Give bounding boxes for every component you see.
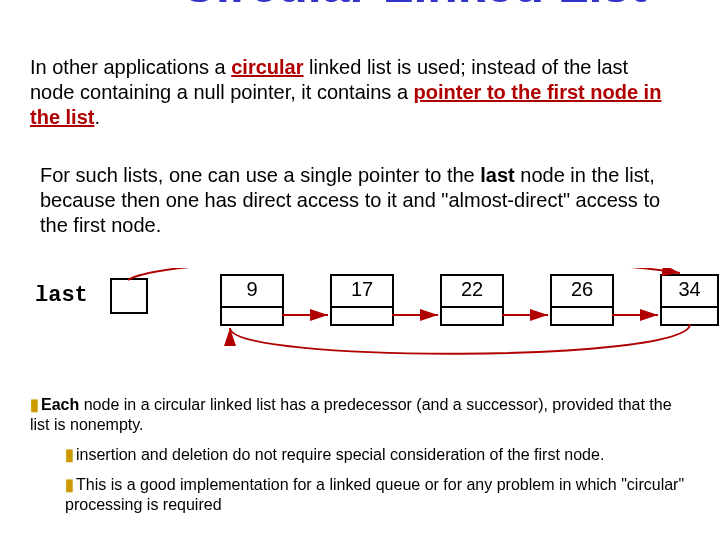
p2-pre: For such lists, one can use a single poi… xyxy=(40,164,480,186)
p1-circular: circular xyxy=(231,56,303,78)
bullet-3: ▮This is a good implementation for a lin… xyxy=(65,475,690,515)
slide-title: Circular Linked List xyxy=(180,0,647,10)
node-5: 34 xyxy=(660,274,719,326)
node-3-value: 22 xyxy=(442,278,502,301)
node-3: 22 xyxy=(440,274,504,326)
bullet-icon: ▮ xyxy=(65,476,76,493)
node-2: 17 xyxy=(330,274,394,326)
paragraph-1: In other applications a circular linked … xyxy=(30,55,670,130)
node-5-next xyxy=(662,306,717,324)
p1-pre: In other applications a xyxy=(30,56,231,78)
node-1-next xyxy=(222,306,282,324)
bullet-2-text: insertion and deletion do not require sp… xyxy=(76,446,604,463)
node-1-value: 9 xyxy=(222,278,282,301)
last-pointer-box xyxy=(110,278,148,314)
bullet-3-text: This is a good implementation for a link… xyxy=(65,476,684,513)
bullet-1-each: Each xyxy=(41,396,79,413)
node-3-next xyxy=(442,306,502,324)
node-1: 9 xyxy=(220,274,284,326)
bullet-icon: ▮ xyxy=(30,396,41,413)
bullet-2: ▮insertion and deletion do not require s… xyxy=(65,445,690,465)
bullet-1-rest: node in a circular linked list has a pre… xyxy=(30,396,672,433)
slide: Circular Linked List In other applicatio… xyxy=(0,0,720,540)
bullet-1: ▮Each node in a circular linked list has… xyxy=(30,395,690,435)
node-2-value: 17 xyxy=(332,278,392,301)
node-5-value: 34 xyxy=(662,278,717,301)
node-4-next xyxy=(552,306,612,324)
bullet-icon: ▮ xyxy=(65,446,76,463)
paragraph-2: For such lists, one can use a single poi… xyxy=(40,163,680,238)
node-2-next xyxy=(332,306,392,324)
bullets: ▮Each node in a circular linked list has… xyxy=(30,395,690,525)
node-4: 26 xyxy=(550,274,614,326)
last-pointer-label: last xyxy=(35,283,88,308)
p2-last: last xyxy=(480,164,514,186)
p1-period: . xyxy=(94,106,100,128)
node-4-value: 26 xyxy=(552,278,612,301)
diagram: last 9 17 22 26 34 xyxy=(0,268,720,378)
